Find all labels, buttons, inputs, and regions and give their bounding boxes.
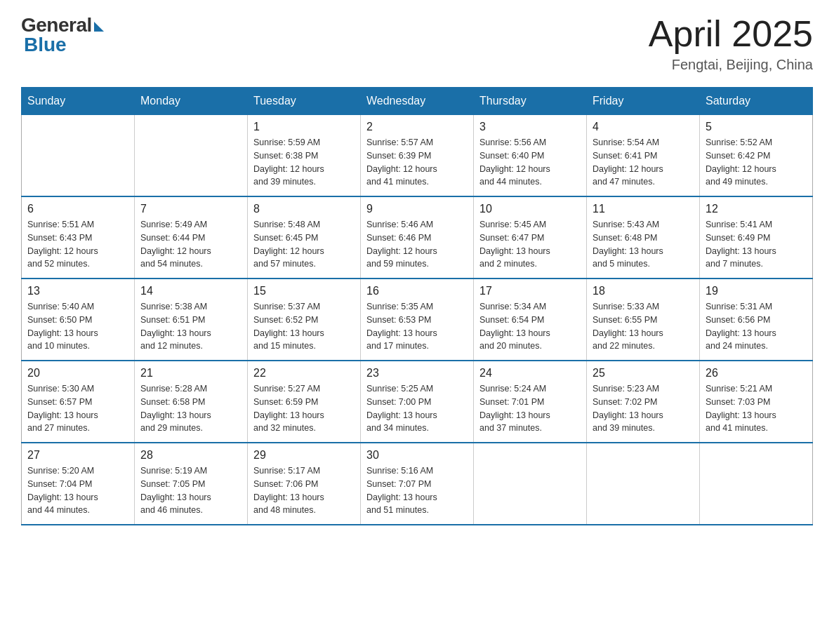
- day-number: 25: [593, 367, 694, 380]
- day-number: 4: [593, 121, 694, 133]
- day-info: Sunrise: 5:20 AM Sunset: 7:04 PM Dayligh…: [27, 464, 128, 517]
- calendar-cell: 20Sunrise: 5:30 AM Sunset: 6:57 PM Dayli…: [22, 361, 135, 443]
- calendar-cell: 12Sunrise: 5:41 AM Sunset: 6:49 PM Dayli…: [700, 196, 813, 279]
- day-number: 10: [479, 203, 581, 215]
- title-section: April 2025 Fengtai, Beijing, China: [649, 14, 813, 73]
- day-info: Sunrise: 5:37 AM Sunset: 6:52 PM Dayligh…: [253, 300, 355, 353]
- day-info: Sunrise: 5:52 AM Sunset: 6:42 PM Dayligh…: [706, 136, 807, 189]
- day-info: Sunrise: 5:19 AM Sunset: 7:05 PM Dayligh…: [140, 464, 241, 517]
- day-info: Sunrise: 5:21 AM Sunset: 7:03 PM Dayligh…: [706, 382, 807, 435]
- calendar-header-monday: Monday: [135, 88, 248, 115]
- day-number: 1: [253, 121, 355, 133]
- day-info: Sunrise: 5:56 AM Sunset: 6:40 PM Dayligh…: [479, 136, 581, 189]
- day-number: 6: [27, 203, 128, 215]
- day-number: 29: [253, 449, 355, 462]
- calendar-cell: [22, 115, 135, 197]
- day-info: Sunrise: 5:40 AM Sunset: 6:50 PM Dayligh…: [27, 300, 128, 353]
- day-number: 7: [140, 203, 241, 215]
- page-header: General Blue April 2025 Fengtai, Beijing…: [21, 14, 813, 73]
- day-number: 2: [366, 121, 468, 133]
- calendar-cell: 9Sunrise: 5:46 AM Sunset: 6:46 PM Daylig…: [361, 196, 474, 279]
- calendar-cell: 1Sunrise: 5:59 AM Sunset: 6:38 PM Daylig…: [248, 115, 361, 197]
- calendar-header-wednesday: Wednesday: [361, 88, 474, 115]
- calendar-cell: 11Sunrise: 5:43 AM Sunset: 6:48 PM Dayli…: [587, 196, 700, 279]
- calendar-cell: [700, 443, 813, 525]
- calendar-cell: 3Sunrise: 5:56 AM Sunset: 6:40 PM Daylig…: [474, 115, 587, 197]
- day-info: Sunrise: 5:25 AM Sunset: 7:00 PM Dayligh…: [366, 382, 468, 435]
- day-number: 16: [366, 285, 468, 297]
- calendar-cell: 13Sunrise: 5:40 AM Sunset: 6:50 PM Dayli…: [22, 279, 135, 361]
- day-number: 5: [706, 121, 807, 133]
- calendar-cell: 21Sunrise: 5:28 AM Sunset: 6:58 PM Dayli…: [135, 361, 248, 443]
- day-info: Sunrise: 5:45 AM Sunset: 6:47 PM Dayligh…: [479, 218, 581, 271]
- day-number: 11: [593, 203, 694, 215]
- calendar-week-row: 1Sunrise: 5:59 AM Sunset: 6:38 PM Daylig…: [22, 115, 813, 197]
- day-info: Sunrise: 5:49 AM Sunset: 6:44 PM Dayligh…: [140, 218, 241, 271]
- day-number: 19: [706, 285, 807, 297]
- day-info: Sunrise: 5:27 AM Sunset: 6:59 PM Dayligh…: [253, 382, 355, 435]
- day-number: 20: [27, 367, 128, 380]
- day-info: Sunrise: 5:46 AM Sunset: 6:46 PM Dayligh…: [366, 218, 468, 271]
- day-number: 30: [366, 449, 468, 462]
- calendar-cell: 26Sunrise: 5:21 AM Sunset: 7:03 PM Dayli…: [700, 361, 813, 443]
- day-number: 22: [253, 367, 355, 380]
- day-info: Sunrise: 5:54 AM Sunset: 6:41 PM Dayligh…: [593, 136, 694, 189]
- calendar-cell: 5Sunrise: 5:52 AM Sunset: 6:42 PM Daylig…: [700, 115, 813, 197]
- day-number: 28: [140, 449, 241, 462]
- day-info: Sunrise: 5:28 AM Sunset: 6:58 PM Dayligh…: [140, 382, 241, 435]
- day-info: Sunrise: 5:16 AM Sunset: 7:07 PM Dayligh…: [366, 464, 468, 517]
- calendar-cell: 14Sunrise: 5:38 AM Sunset: 6:51 PM Dayli…: [135, 279, 248, 361]
- day-number: 13: [27, 285, 128, 297]
- calendar-cell: 22Sunrise: 5:27 AM Sunset: 6:59 PM Dayli…: [248, 361, 361, 443]
- day-number: 14: [140, 285, 241, 297]
- day-number: 15: [253, 285, 355, 297]
- calendar-cell: 19Sunrise: 5:31 AM Sunset: 6:56 PM Dayli…: [700, 279, 813, 361]
- calendar-header-row: SundayMondayTuesdayWednesdayThursdayFrid…: [22, 88, 813, 115]
- day-info: Sunrise: 5:23 AM Sunset: 7:02 PM Dayligh…: [593, 382, 694, 435]
- day-info: Sunrise: 5:43 AM Sunset: 6:48 PM Dayligh…: [593, 218, 694, 271]
- calendar-cell: 25Sunrise: 5:23 AM Sunset: 7:02 PM Dayli…: [587, 361, 700, 443]
- day-info: Sunrise: 5:38 AM Sunset: 6:51 PM Dayligh…: [140, 300, 241, 353]
- day-info: Sunrise: 5:33 AM Sunset: 6:55 PM Dayligh…: [593, 300, 694, 353]
- calendar-cell: 24Sunrise: 5:24 AM Sunset: 7:01 PM Dayli…: [474, 361, 587, 443]
- calendar-cell: 30Sunrise: 5:16 AM Sunset: 7:07 PM Dayli…: [361, 443, 474, 525]
- calendar-cell: [474, 443, 587, 525]
- calendar-cell: 6Sunrise: 5:51 AM Sunset: 6:43 PM Daylig…: [22, 196, 135, 279]
- day-info: Sunrise: 5:34 AM Sunset: 6:54 PM Dayligh…: [479, 300, 581, 353]
- calendar-cell: 16Sunrise: 5:35 AM Sunset: 6:53 PM Dayli…: [361, 279, 474, 361]
- calendar-cell: [587, 443, 700, 525]
- day-number: 26: [706, 367, 807, 380]
- day-info: Sunrise: 5:24 AM Sunset: 7:01 PM Dayligh…: [479, 382, 581, 435]
- day-number: 12: [706, 203, 807, 215]
- calendar-table: SundayMondayTuesdayWednesdayThursdayFrid…: [21, 87, 813, 525]
- day-info: Sunrise: 5:17 AM Sunset: 7:06 PM Dayligh…: [253, 464, 355, 517]
- calendar-cell: 23Sunrise: 5:25 AM Sunset: 7:00 PM Dayli…: [361, 361, 474, 443]
- calendar-header-friday: Friday: [587, 88, 700, 115]
- day-info: Sunrise: 5:48 AM Sunset: 6:45 PM Dayligh…: [253, 218, 355, 271]
- day-number: 3: [479, 121, 581, 133]
- day-number: 27: [27, 449, 128, 462]
- calendar-header-tuesday: Tuesday: [248, 88, 361, 115]
- logo: General Blue: [21, 14, 104, 56]
- calendar-week-row: 27Sunrise: 5:20 AM Sunset: 7:04 PM Dayli…: [22, 443, 813, 525]
- day-info: Sunrise: 5:57 AM Sunset: 6:39 PM Dayligh…: [366, 136, 468, 189]
- calendar-header-thursday: Thursday: [474, 88, 587, 115]
- calendar-cell: 17Sunrise: 5:34 AM Sunset: 6:54 PM Dayli…: [474, 279, 587, 361]
- day-number: 17: [479, 285, 581, 297]
- day-info: Sunrise: 5:51 AM Sunset: 6:43 PM Dayligh…: [27, 218, 128, 271]
- calendar-week-row: 13Sunrise: 5:40 AM Sunset: 6:50 PM Dayli…: [22, 279, 813, 361]
- calendar-cell: 7Sunrise: 5:49 AM Sunset: 6:44 PM Daylig…: [135, 196, 248, 279]
- day-info: Sunrise: 5:30 AM Sunset: 6:57 PM Dayligh…: [27, 382, 128, 435]
- calendar-cell: 15Sunrise: 5:37 AM Sunset: 6:52 PM Dayli…: [248, 279, 361, 361]
- calendar-cell: [135, 115, 248, 197]
- day-number: 21: [140, 367, 241, 380]
- calendar-header-sunday: Sunday: [22, 88, 135, 115]
- day-number: 23: [366, 367, 468, 380]
- calendar-cell: 27Sunrise: 5:20 AM Sunset: 7:04 PM Dayli…: [22, 443, 135, 525]
- day-info: Sunrise: 5:41 AM Sunset: 6:49 PM Dayligh…: [706, 218, 807, 271]
- calendar-week-row: 20Sunrise: 5:30 AM Sunset: 6:57 PM Dayli…: [22, 361, 813, 443]
- day-number: 24: [479, 367, 581, 380]
- day-number: 8: [253, 203, 355, 215]
- calendar-cell: 28Sunrise: 5:19 AM Sunset: 7:05 PM Dayli…: [135, 443, 248, 525]
- calendar-cell: 2Sunrise: 5:57 AM Sunset: 6:39 PM Daylig…: [361, 115, 474, 197]
